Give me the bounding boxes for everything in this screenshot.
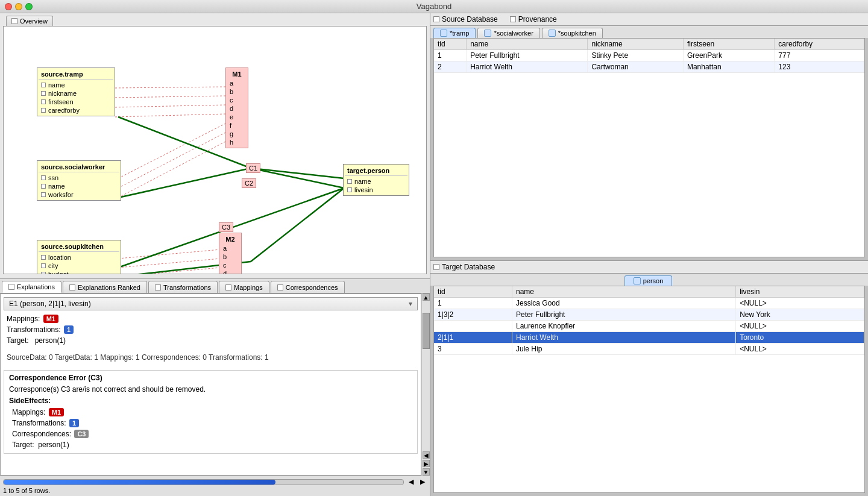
field-row: budget [39, 270, 119, 274]
svg-line-1 [115, 96, 227, 98]
error-correspondences-info: Correspondences: C3 [9, 429, 412, 439]
svg-line-4 [118, 123, 227, 178]
mappings-info: Mappings: M1 [4, 313, 418, 324]
tab-checkbox [277, 284, 283, 290]
target-db-checkbox[interactable] [433, 264, 439, 270]
window-controls[interactable] [5, 3, 33, 10]
field-row: f [227, 121, 247, 130]
db-tab-tramp[interactable]: *tramp [433, 28, 476, 38]
source-db-checkbox[interactable] [433, 16, 439, 22]
table-row[interactable]: 2 Harriot Welth Cartwoman Manhattan 123 [434, 61, 864, 73]
stats-row: SourceData: 0 TargetData: 1 Mappings: 1 … [4, 351, 418, 364]
mediator-m1[interactable]: M1 a b c d e f g h [225, 67, 248, 148]
svg-line-0 [115, 87, 227, 88]
col-livesin: livesin [736, 286, 864, 298]
source-db-title: Source Database [442, 15, 498, 24]
col-caredforby: caredforby [775, 39, 864, 50]
tab-explanations[interactable]: Explanations [2, 281, 61, 293]
source-db-panel: Source Database Provenance *tramp *socia… [430, 13, 868, 261]
explanation-selector[interactable]: E1 (person, 2|1|1, livesin) ▾ [4, 297, 418, 310]
svg-line-13 [118, 168, 251, 198]
scroll-prev-button[interactable]: ◀ [423, 451, 430, 459]
error-description: Corresponce(s) C3 are/is not correct and… [9, 385, 412, 394]
table-icon [549, 30, 556, 37]
table-row[interactable]: 3Jule Hip<NULL> [434, 344, 864, 355]
scrollbar[interactable]: ▲ ◀ ▶ ▼ [421, 294, 430, 476]
entity-title: source.socialworker [39, 162, 119, 172]
maximize-button[interactable] [25, 3, 33, 10]
tab-transformations[interactable]: Transformations [148, 281, 218, 293]
col-tid: tid [434, 39, 467, 50]
table-row[interactable]: Laurence Knopfler<NULL> [434, 321, 864, 332]
target-db-panel: Target Database person tid name livesin [430, 261, 868, 496]
overview-checkbox[interactable] [11, 18, 17, 24]
side-effects-label: SideEffects: [9, 397, 412, 405]
col-firstseen: firstseen [683, 39, 774, 50]
svg-line-6 [118, 141, 227, 198]
table-row[interactable]: 1 Peter Fullbright Stinky Pete GreenPark… [434, 50, 864, 61]
provenance-checkbox[interactable] [510, 16, 516, 22]
entity-source-soupkitchen[interactable]: source.soupkitchen location city budget [37, 240, 121, 274]
tab-mappings[interactable]: Mappings [219, 281, 269, 293]
entity-title: source.soupkitchen [39, 242, 119, 252]
table-icon [634, 277, 641, 284]
scroll-down-button[interactable]: ▼ [423, 468, 430, 476]
overview-tab[interactable]: Overview [6, 16, 53, 26]
bottom-status: ◀ ▶ 1 to 5 of 5 rows. [0, 476, 430, 496]
error-correspondences-badge: C3 [74, 430, 89, 438]
tab-checkbox [225, 284, 231, 290]
db-tab-socialworker[interactable]: *socialworker [477, 28, 539, 38]
col-name: name [467, 39, 588, 50]
entity-target-person[interactable]: target.person name livesin [343, 164, 409, 196]
target-db-header: Target Database [430, 261, 868, 274]
source-db-table-area: tid name nickname firstseen caredforby 1… [433, 38, 865, 257]
corr-c1[interactable]: C1 [246, 163, 260, 173]
tab-explanations-ranked[interactable]: Explanations Ranked [63, 281, 147, 293]
source-db-tabs: *tramp *socialworker *soupkitchen [430, 26, 868, 38]
table-row[interactable]: 2|1|1Harriot WelthToronto [434, 332, 864, 344]
scroll-left-icon[interactable]: ◀ [407, 478, 415, 486]
field-row: e [227, 113, 247, 121]
field-row: nickname [39, 89, 113, 98]
diagram-svg [4, 27, 426, 274]
svg-line-11 [251, 168, 344, 188]
field-row: firstseen [39, 98, 113, 106]
col-nickname: nickname [588, 39, 684, 50]
field-row: location [39, 253, 119, 262]
entity-source-tramp[interactable]: source.tramp name nickname firstseen car… [37, 67, 115, 116]
svg-line-3 [115, 114, 227, 117]
target-db-title: Target Database [442, 263, 495, 271]
field-row: b [227, 87, 247, 96]
field-row: b [221, 253, 240, 261]
field-row: h [227, 138, 247, 146]
tab-content: E1 (person, 2|1|1, livesin) ▾ Mappings: … [0, 294, 421, 476]
col-tid: tid [434, 286, 512, 298]
mediator-title: M1 [227, 69, 247, 79]
minimize-button[interactable] [15, 3, 22, 10]
diagram-area: source.tramp name nickname firstseen car… [4, 27, 426, 274]
corr-c2[interactable]: C2 [242, 178, 256, 188]
field-row: a [227, 79, 247, 87]
field-row: city [39, 262, 119, 270]
close-button[interactable] [5, 3, 12, 10]
db-tab-person[interactable]: person [624, 275, 673, 286]
scroll-next-button[interactable]: ▶ [423, 460, 430, 467]
tab-checkbox [69, 284, 75, 290]
scroll-thumb[interactable] [423, 313, 430, 349]
transformations-info: Transformations: 1 [4, 324, 418, 335]
field-row: a [221, 244, 240, 253]
scroll-right-icon[interactable]: ▶ [418, 478, 427, 486]
mediator-m2[interactable]: M2 a b c d [219, 233, 242, 274]
db-tab-soupkitchen[interactable]: *soupkitchen [542, 28, 603, 38]
entity-title: source.tramp [39, 69, 113, 80]
table-row[interactable]: 1|3|2Peter FullbrightNew York [434, 309, 864, 321]
table-row[interactable]: 1Jessica Good<NULL> [434, 298, 864, 309]
scroll-up-button[interactable]: ▲ [423, 294, 430, 301]
entity-source-socialworker[interactable]: source.socialworker ssn name worksfor [37, 160, 121, 201]
tab-correspondences[interactable]: Correspondences [271, 281, 345, 293]
col-name: name [512, 286, 736, 298]
app-title: Vagabond [417, 2, 451, 11]
field-row: name [39, 182, 119, 190]
corr-c3[interactable]: C3 [219, 222, 233, 232]
scroll-nav-buttons: ◀ ▶ [421, 450, 430, 468]
